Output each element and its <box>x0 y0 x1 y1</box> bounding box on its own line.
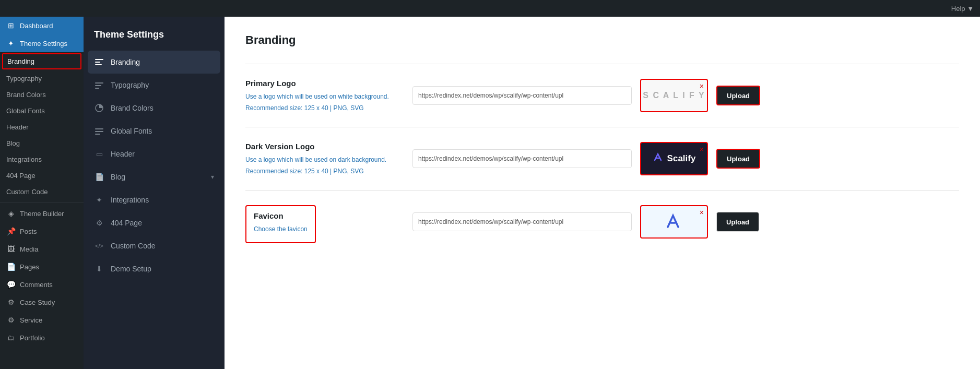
sidebar-divider <box>0 202 84 203</box>
sidebar-item-case-study[interactable]: ⚙ Case Study <box>0 293 84 311</box>
scalify-text: Scalify <box>667 153 696 164</box>
dark-logo-title: Dark Version Logo <box>245 142 392 151</box>
favicon-title: Favicon <box>254 211 308 220</box>
dark-logo-upload-button[interactable]: Upload <box>716 149 760 169</box>
sidebar-item-label: Theme Builder <box>20 210 64 218</box>
scalify-s-icon <box>653 152 664 166</box>
sidebar-item-branding[interactable]: Branding <box>2 53 81 69</box>
sidebar-item-theme-settings[interactable]: ✦ Theme Settings <box>0 34 84 52</box>
page-404-icon: ⚙ <box>94 218 104 228</box>
theme-nav-label: Demo Setup <box>111 265 151 273</box>
sidebar-item-custom-code[interactable]: Custom Code <box>0 184 84 200</box>
theme-nav-typography[interactable]: Typography <box>84 74 225 97</box>
primary-logo-url-input[interactable] <box>412 86 632 105</box>
theme-nav-integrations[interactable]: ✦ Integrations <box>84 188 225 211</box>
pages-icon: 📄 <box>6 262 16 271</box>
sidebar-item-label: Media <box>20 245 38 253</box>
theme-nav-header[interactable]: ▭ Header <box>84 142 225 165</box>
sidebar-item-label: Blog <box>6 139 20 147</box>
theme-settings-icon: ✦ <box>6 39 16 48</box>
comments-icon: 💬 <box>6 280 16 289</box>
chevron-down-icon: ▾ <box>211 173 214 181</box>
sidebar-item-label: Portfolio <box>20 334 45 342</box>
media-icon: 🖼 <box>6 244 16 254</box>
theme-nav-label: 404 Page <box>111 219 142 227</box>
sidebar-item-brand-colors[interactable]: Brand Colors <box>0 87 84 103</box>
sidebar-item-label: Brand Colors <box>6 91 46 99</box>
sidebar-item-header[interactable]: Header <box>0 119 84 135</box>
theme-nav-label: Brand Colors <box>111 104 154 112</box>
sidebar-item-dashboard[interactable]: ⊞ Dashboard <box>0 17 84 34</box>
theme-nav-blog[interactable]: 📄 Blog ▾ <box>84 165 225 188</box>
theme-builder-icon: ◈ <box>6 209 16 218</box>
svg-rect-1 <box>95 62 100 63</box>
theme-nav-label: Blog <box>111 173 125 181</box>
favicon-controls: × Upload <box>412 205 959 239</box>
wp-layout: ⊞ Dashboard ✦ Theme Settings Branding Ty… <box>0 17 980 369</box>
sidebar-item-label: Branding <box>7 57 34 65</box>
sidebar-item-pages[interactable]: 📄 Pages <box>0 258 84 276</box>
sidebar-item-label: Dashboard <box>20 22 53 30</box>
sidebar-item-media[interactable]: 🖼 Media <box>0 240 84 258</box>
theme-nav-label: Header <box>111 150 135 158</box>
favicon-remove[interactable]: × <box>700 208 704 217</box>
sidebar-item-portfolio[interactable]: 🗂 Portfolio <box>0 329 84 347</box>
sidebar-item-typography[interactable]: Typography <box>0 70 84 87</box>
sidebar-item-label: Theme Settings <box>20 40 67 47</box>
sidebar-item-label: Custom Code <box>6 188 48 196</box>
theme-nav-global-fonts[interactable]: Global Fonts <box>84 120 225 142</box>
primary-logo-preview: S C A L I F Y × <box>640 79 708 112</box>
sidebar-item-service[interactable]: ⚙ Service <box>0 311 84 329</box>
dark-logo-preview: Scalify × <box>640 142 708 175</box>
svg-rect-7 <box>95 128 103 129</box>
typography-icon <box>94 80 104 90</box>
sidebar-item-label: Global Fonts <box>6 107 45 115</box>
sidebar-item-label: 404 Page <box>6 172 36 180</box>
svg-rect-8 <box>95 131 103 132</box>
svg-rect-2 <box>95 64 102 65</box>
svg-rect-5 <box>95 88 99 89</box>
primary-logo-remove[interactable]: × <box>700 82 704 90</box>
admin-bar: Help ▼ <box>0 0 980 17</box>
theme-nav-label: Custom Code <box>111 242 156 250</box>
favicon-url-input[interactable] <box>412 212 632 231</box>
theme-settings-sidebar: Theme Settings Branding Typography <box>84 17 225 369</box>
sidebar-item-404[interactable]: 404 Page <box>0 168 84 184</box>
main-content: Branding Primary Logo Use a logo which w… <box>225 17 980 369</box>
primary-logo-desc: Use a logo which will be used on white b… <box>245 92 392 101</box>
sidebar-item-blog[interactable]: Blog <box>0 135 84 151</box>
help-menu[interactable]: Help ▼ <box>951 5 974 13</box>
dark-logo-section: Dark Version Logo Use a logo which will … <box>245 127 959 190</box>
sidebar-item-theme-builder[interactable]: ◈ Theme Builder <box>0 205 84 222</box>
dark-logo-info: Dark Version Logo Use a logo which will … <box>245 142 412 175</box>
brand-colors-icon <box>94 103 104 113</box>
blog-icon: 📄 <box>94 172 104 182</box>
theme-sidebar-title: Theme Settings <box>84 29 225 51</box>
sidebar-item-global-fonts[interactable]: Global Fonts <box>0 103 84 119</box>
dark-logo-url-input[interactable] <box>412 149 632 168</box>
sidebar-item-label: Case Study <box>20 299 55 306</box>
sidebar-item-integrations[interactable]: Integrations <box>0 151 84 168</box>
sidebar-item-comments[interactable]: 💬 Comments <box>0 276 84 293</box>
sidebar-item-label: Pages <box>20 263 39 271</box>
theme-nav-brand-colors[interactable]: Brand Colors <box>84 97 225 120</box>
theme-nav-404[interactable]: ⚙ 404 Page <box>84 211 225 234</box>
favicon-upload-button[interactable]: Upload <box>716 212 759 232</box>
integrations-icon: ✦ <box>94 195 104 205</box>
custom-code-icon: </> <box>94 241 104 251</box>
theme-nav-demo-setup[interactable]: ⬇ Demo Setup <box>84 257 225 280</box>
dark-logo-desc: Use a logo which will be used on dark ba… <box>245 155 392 164</box>
global-fonts-icon <box>94 126 104 136</box>
sidebar-item-posts[interactable]: 📌 Posts <box>0 222 84 240</box>
demo-setup-icon: ⬇ <box>94 264 104 274</box>
primary-logo-upload-button[interactable]: Upload <box>716 86 760 105</box>
svg-rect-0 <box>95 59 103 60</box>
theme-nav-branding[interactable]: Branding <box>88 51 220 74</box>
theme-nav-label: Typography <box>111 81 149 89</box>
dark-logo-remove[interactable]: × <box>700 145 704 153</box>
theme-nav-custom-code[interactable]: </> Custom Code <box>84 234 225 257</box>
primary-logo-rec: Recommended size: 125 x 40 | PNG, SVG <box>245 104 392 112</box>
header-icon: ▭ <box>94 149 104 159</box>
primary-logo-section: Primary Logo Use a logo which will be us… <box>245 64 959 127</box>
favicon-desc: Choose the favicon <box>254 224 308 234</box>
